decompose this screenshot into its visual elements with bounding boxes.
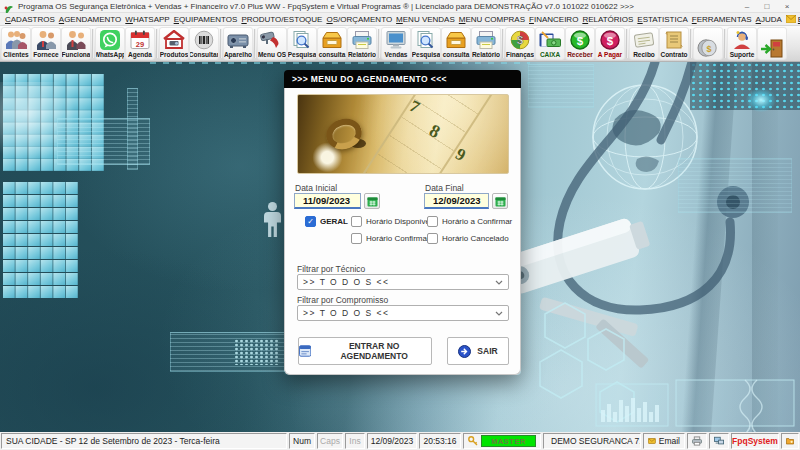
- toolbar-clientes-button[interactable]: Clientes: [1, 27, 31, 60]
- status-network-button[interactable]: [709, 433, 729, 449]
- status-printer-button[interactable]: [687, 433, 707, 449]
- toolbar-relatorio-os-button[interactable]: Relatório: [347, 27, 377, 60]
- toolbar-separator: [92, 29, 94, 58]
- toolbar-suporte-button[interactable]: Suporte: [727, 27, 757, 60]
- toolbar-recibo-button[interactable]: Recibo: [629, 27, 659, 60]
- tecnico-select[interactable]: >> T O D O S <<: [297, 274, 509, 290]
- menu-produto-estoque[interactable]: PRODUTO/ESTOQUE: [239, 15, 324, 24]
- dialog-body: 7 8 9 Data Inicial Data Final ✓ GERAL Ho…: [284, 88, 521, 375]
- calendar-page-strip: [352, 94, 494, 174]
- menu-ajuda[interactable]: AJUDA: [754, 15, 784, 24]
- toolbar-exit-button[interactable]: [757, 27, 787, 60]
- checkbox-horario-cancelado[interactable]: Horário Cancelado: [427, 233, 509, 244]
- svg-text:$: $: [706, 44, 711, 54]
- receipt-icon: [632, 29, 656, 51]
- toolbar-pesquisa-os-button[interactable]: Pesquisa: [287, 27, 317, 60]
- toolbar-fornecedores-button[interactable]: Fornece: [31, 27, 61, 60]
- status-product: DEMO SEGURANCA 7.0: [543, 433, 641, 449]
- data-final-calendar-button[interactable]: [492, 193, 508, 209]
- menu-estatistica[interactable]: ESTATISTICA: [635, 15, 689, 24]
- svg-text:29: 29: [136, 40, 144, 49]
- toolbar-moeda-button[interactable]: $: [693, 27, 723, 60]
- status-email-button[interactable]: Email: [643, 433, 685, 449]
- toolbar-consultar-button[interactable]: Consultar: [189, 27, 219, 60]
- menu-cadastros[interactable]: CADASTROS: [3, 15, 57, 24]
- toolbar-separator: [690, 29, 692, 58]
- checkbox-horario-a-confirmar[interactable]: Horário a Confirmar: [427, 216, 512, 227]
- checkbox-geral[interactable]: ✓ GERAL: [305, 216, 348, 227]
- entrar-agendamento-button[interactable]: ENTRAR NO AGENDAMENTO: [298, 337, 432, 365]
- menu-whatsapp[interactable]: WHATSAPP: [123, 15, 171, 24]
- menu-equipamentos[interactable]: EQUIPAMENTOS: [172, 15, 240, 24]
- agendamento-dialog: >>> MENU DO AGENDAMENTO <<< 7 8 9 Data I…: [284, 70, 521, 375]
- toolbar-produtos-button[interactable]: Produtos: [159, 27, 189, 60]
- folder-icon: [786, 436, 794, 446]
- data-final-input[interactable]: [424, 193, 489, 209]
- menu-relatorios[interactable]: RELATÓRIOS: [580, 15, 635, 24]
- svg-text:$: $: [607, 35, 614, 47]
- horario-confirmado-checkbox[interactable]: [351, 233, 362, 244]
- sair-button[interactable]: SAIR: [447, 337, 509, 365]
- computer-network-icon: [714, 436, 724, 446]
- barcode-icon: [192, 29, 216, 51]
- minimize-button[interactable]: –: [738, 1, 756, 12]
- toolbar-agenda-button[interactable]: 29 Agenda: [125, 27, 155, 60]
- maximize-button[interactable]: □: [758, 1, 776, 12]
- toolbar-pesquisa-vendas-button[interactable]: Pesquisa: [411, 27, 441, 60]
- toolbar-menu-os-button[interactable]: Menu OS: [257, 27, 287, 60]
- status-num-lock: Num: [289, 433, 315, 449]
- menu-agendamento[interactable]: AGENDAMENTO: [57, 15, 124, 24]
- suppliers-people-icon: [34, 29, 58, 51]
- search-documents-icon: [290, 29, 314, 51]
- status-date: 12/09/2023: [367, 433, 417, 449]
- toolbar-consulta-vendas-button[interactable]: consulta: [441, 27, 471, 60]
- svg-text:$: $: [517, 34, 523, 46]
- toolbar-funcionarios-button[interactable]: Funciona: [61, 27, 91, 60]
- toolbar-receber-button[interactable]: $ Receber: [565, 27, 595, 60]
- search-documents-icon: [414, 29, 438, 51]
- pay-dollar-icon: $: [598, 29, 622, 51]
- data-inicial-calendar-button[interactable]: [364, 193, 380, 209]
- toolbar-separator: [254, 29, 256, 58]
- calendar-picker-icon: [495, 196, 506, 207]
- checkbox-horario-confirmado[interactable]: Horário Confirmado: [351, 233, 436, 244]
- toolbar-vendas-button[interactable]: Vendas: [381, 27, 411, 60]
- close-button[interactable]: ×: [778, 1, 796, 12]
- dialog-titlebar[interactable]: >>> MENU DO AGENDAMENTO <<<: [284, 70, 521, 88]
- contract-scroll-icon: [662, 29, 686, 51]
- menu-compras[interactable]: MENU COMPRAS: [457, 15, 527, 24]
- data-inicial-input[interactable]: [294, 193, 361, 209]
- toolbar-relatorio-vendas-button[interactable]: Relatório: [471, 27, 501, 60]
- menu-vendas[interactable]: MENU VENDAS: [394, 15, 457, 24]
- horario-disponivel-checkbox[interactable]: [351, 216, 362, 227]
- toolbar-whatsapp-button[interactable]: WhatsApp: [95, 27, 125, 60]
- compromisso-select[interactable]: >> T O D O S <<: [297, 305, 509, 321]
- statusbar: SUA CIDADE - SP 12 de Setembro de 2023 -…: [0, 432, 800, 450]
- menu-email[interactable]: E-MAIL: [784, 15, 800, 24]
- toolbar-aparelho-button[interactable]: Aparelho: [223, 27, 253, 60]
- toolbar-consulta-os-button[interactable]: consulta: [317, 27, 347, 60]
- horario-cancelado-checkbox[interactable]: [427, 233, 438, 244]
- checkbox-horario-disponivel[interactable]: Horário Disponível: [351, 216, 432, 227]
- horario-a-confirmar-checkbox[interactable]: [427, 216, 438, 227]
- toolbar-caixa-button[interactable]: CAIXA: [535, 27, 565, 60]
- chevron-down-icon: [495, 311, 503, 316]
- background-hud-map: [170, 332, 285, 372]
- toolbar-contrato-button[interactable]: Contrato: [659, 27, 689, 60]
- cashbook-icon: [538, 29, 562, 51]
- background-hud-panel: [127, 88, 138, 170]
- calendar-photo: 7 8 9: [297, 94, 509, 174]
- toolbar-a-pagar-button[interactable]: $ A Pagar: [595, 27, 625, 60]
- toolbar-financas-button[interactable]: $ Finanças: [505, 27, 535, 60]
- status-app-button[interactable]: [781, 433, 799, 449]
- dollar-pie-icon: $: [508, 29, 532, 51]
- status-brand: FpqSystem: [731, 433, 779, 449]
- master-badge: MASTER: [481, 435, 536, 447]
- menu-os-orcamento[interactable]: OS/ORÇAMENTO: [324, 15, 394, 24]
- menu-ferramentas[interactable]: FERRAMENTAS: [690, 15, 754, 24]
- menu-financeiro[interactable]: FINANCEIRO: [527, 15, 580, 24]
- background-hud-panel: [528, 64, 594, 108]
- filtro-compromisso-label: Filtrar por Compromisso: [297, 295, 388, 305]
- device-icon: [226, 29, 250, 51]
- geral-checkbox[interactable]: ✓: [305, 216, 316, 227]
